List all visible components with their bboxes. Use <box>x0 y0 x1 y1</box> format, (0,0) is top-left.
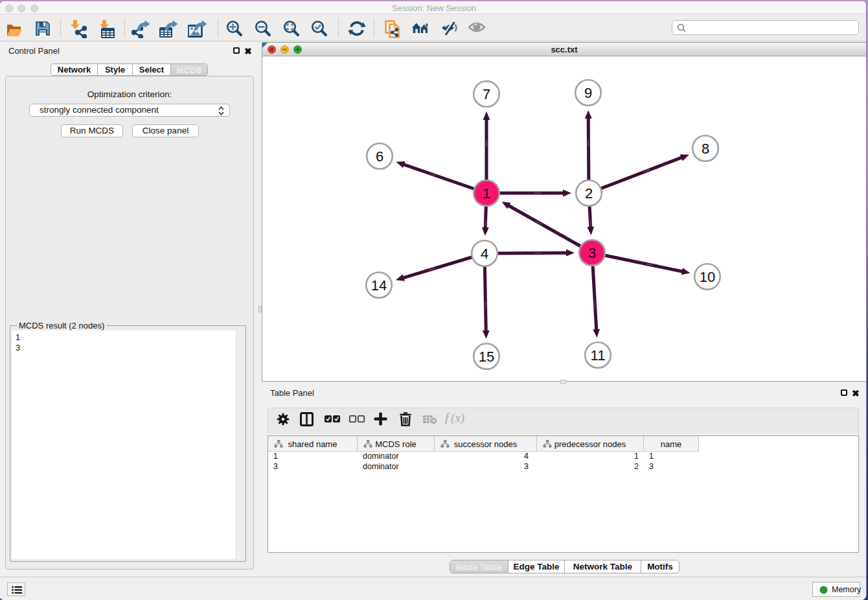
svg-text:2: 2 <box>585 185 593 202</box>
svg-text:7: 7 <box>483 86 490 102</box>
svg-text:14: 14 <box>371 277 387 294</box>
svg-text:9: 9 <box>584 85 592 101</box>
svg-text:8: 8 <box>702 141 709 157</box>
svg-text:15: 15 <box>479 349 494 365</box>
svg-text:6: 6 <box>376 148 383 165</box>
svg-text:4: 4 <box>481 246 488 262</box>
svg-text:1: 1 <box>483 185 490 202</box>
svg-text:3: 3 <box>588 245 596 261</box>
svg-text:10: 10 <box>700 269 715 285</box>
svg-text:11: 11 <box>591 347 606 363</box>
